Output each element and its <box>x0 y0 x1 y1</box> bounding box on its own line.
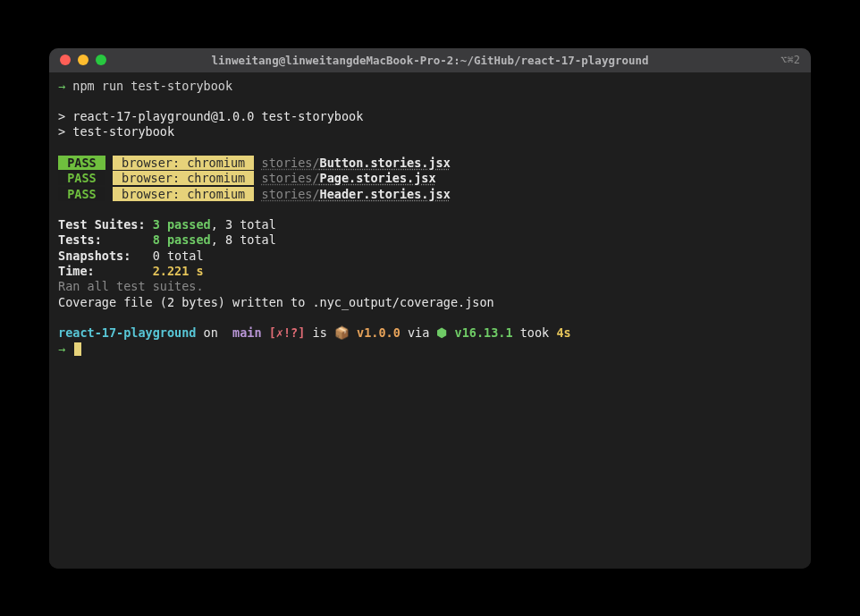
prompt-is: is <box>305 325 334 340</box>
prompt-arrow-icon: → <box>58 79 65 93</box>
git-status: [✗!?] <box>269 325 306 340</box>
snapshots-label: Snapshots: <box>58 249 131 263</box>
cursor-icon <box>74 342 81 356</box>
suites-passed: 3 passed <box>153 217 211 232</box>
suites-total: , 3 total <box>211 217 276 232</box>
story-dir: stories/ <box>262 187 320 201</box>
command-text: npm run test-storybook <box>72 79 232 93</box>
minimize-icon[interactable] <box>78 55 89 65</box>
npm-script-header: > react-17-playground@1.0.0 test-storybo… <box>58 109 363 123</box>
node-icon: ⬢ <box>436 325 447 340</box>
ran-all-suites: Ran all test suites. <box>58 279 204 293</box>
prompt-dir: react-17-playground <box>58 325 196 340</box>
prompt-took: took <box>513 325 557 340</box>
time-value: 2.221 s <box>153 264 204 278</box>
prompt-via: via <box>400 325 437 340</box>
traffic-lights <box>49 55 106 65</box>
npm-script-sub: > test-storybook <box>58 124 174 139</box>
pass-badge: PASS <box>58 171 105 185</box>
browser-badge: browser: chromium <box>113 171 254 185</box>
story-dir: stories/ <box>262 156 320 170</box>
tests-passed: 8 passed <box>153 232 211 247</box>
package-version: v1.0.0 <box>350 325 400 340</box>
story-dir: stories/ <box>262 171 320 185</box>
pass-badge: PASS <box>58 156 105 170</box>
terminal-window: linweitang@linweitangdeMacBook-Pro-2:~/G… <box>49 48 811 569</box>
tests-label: Tests: <box>58 232 102 247</box>
browser-badge: browser: chromium <box>113 156 254 170</box>
snapshots-value: 0 total <box>153 249 204 263</box>
took-value: 4s <box>556 325 570 340</box>
terminal-body[interactable]: → npm run test-storybook> react-17-playg… <box>49 72 811 569</box>
prompt-on: on <box>196 325 225 340</box>
story-file: Header.stories.jsx <box>320 187 451 201</box>
window-title: linweitang@linweitangdeMacBook-Pro-2:~/G… <box>49 54 811 67</box>
suites-label: Test Suites: <box>58 217 146 232</box>
time-label: Time: <box>58 264 95 278</box>
story-file: Page.stories.jsx <box>320 171 436 185</box>
maximize-icon[interactable] <box>96 55 106 65</box>
browser-badge: browser: chromium <box>113 187 254 201</box>
package-icon: 📦 <box>334 325 350 340</box>
node-version: v16.13.1 <box>447 325 512 340</box>
coverage-line: Coverage file (2 bytes) written to .nyc_… <box>58 295 494 309</box>
close-icon[interactable] <box>60 55 71 65</box>
session-indicator: ⌥⌘2 <box>780 54 811 66</box>
title-bar: linweitang@linweitangdeMacBook-Pro-2:~/G… <box>49 48 811 72</box>
prompt-arrow-icon: → <box>58 342 65 356</box>
git-branch: main <box>225 325 269 340</box>
pass-badge: PASS <box>58 187 105 201</box>
story-file: Button.stories.jsx <box>320 156 451 170</box>
tests-total: , 8 total <box>211 232 276 247</box>
